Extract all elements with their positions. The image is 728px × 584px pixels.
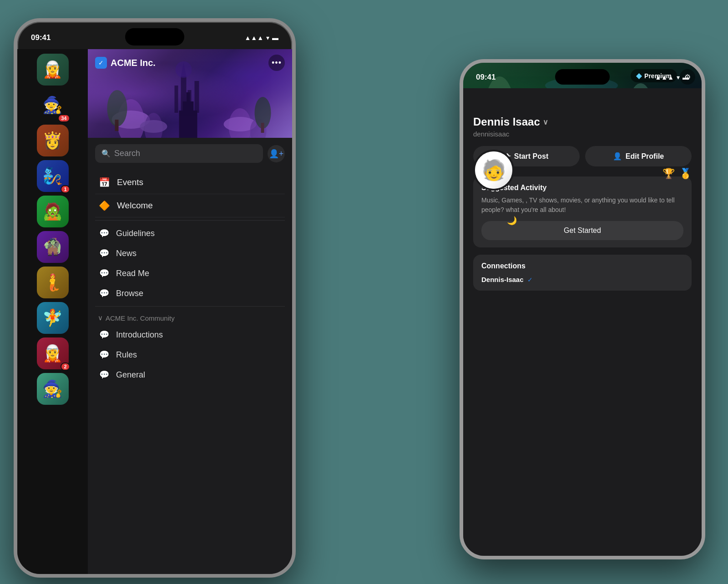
more-options-button[interactable]: ••• (268, 55, 285, 71)
status-time-right: 09:41 (476, 73, 495, 82)
edit-profile-button[interactable]: 👤 Edit Profile (585, 146, 692, 166)
avatar-img-7: 🧜 (37, 267, 69, 298)
avatar-item-3[interactable]: 👸 (37, 125, 69, 156)
avatar-img-1: 🧝 (37, 54, 69, 86)
nav-item-welcome[interactable]: 🔶 Welcome (95, 194, 285, 217)
svg-rect-16 (261, 123, 264, 133)
guidelines-label: Guidelines (116, 229, 155, 238)
introductions-label: Introductions (116, 330, 163, 340)
readme-label: Read Me (116, 269, 149, 278)
activity-title: Suggested Activity (481, 184, 683, 192)
signal-icon-right: ▲▲▲ (655, 74, 674, 81)
channel-item-browse[interactable]: 💬 Browse (95, 283, 285, 303)
rules-channel-icon: 💬 (98, 350, 111, 360)
status-time-left: 09:41 (31, 33, 51, 42)
profile-username: dennisisaac (473, 130, 692, 138)
svg-rect-15 (115, 120, 119, 131)
server-name: ACME Inc. (111, 58, 156, 68)
community-title: ACME Inc. Community (106, 314, 175, 322)
add-person-icon: 👤+ (269, 149, 284, 159)
events-label: Events (117, 177, 143, 187)
avatar-item-1[interactable]: 🧝 (37, 54, 69, 86)
search-icon: 🔍 (101, 149, 111, 158)
channel-item-introductions[interactable]: 💬 Introductions (95, 325, 285, 345)
profile-name: Dennis Isaac ∨ (473, 116, 692, 128)
welcome-icon: 🔶 (98, 200, 111, 211)
avatar-item-4[interactable]: 🧞 1 (37, 160, 69, 192)
avatar-item-5[interactable]: 🧟 (37, 196, 69, 227)
general-label: General (116, 370, 145, 380)
avatar-img-5: 🧟 (37, 196, 69, 227)
events-icon: 📅 (98, 177, 111, 188)
trophy-area: 🏆 🥇 (662, 168, 692, 180)
avatar-item-10[interactable]: 🧙 (37, 373, 69, 405)
avatar-item-7[interactable]: 🧜 (37, 267, 69, 298)
edit-profile-label: Edit Profile (626, 152, 664, 161)
medal-icon: 🥇 (679, 168, 692, 180)
moon-badge: 🌙 (507, 216, 702, 556)
channel-list: 🔍 Search 👤+ 📅 Events 🔶 Welcome 💬 (88, 138, 292, 391)
status-icons-right: ▲▲▲ ▾ ▬ (655, 74, 689, 81)
battery-icon-right: ▬ (682, 74, 689, 81)
avatar-item-8[interactable]: 🧚 (37, 302, 69, 334)
general-channel-icon: 💬 (98, 370, 111, 380)
welcome-label: Welcome (117, 201, 153, 211)
phone-right: 09:41 ▲▲▲ ▾ ▬ (460, 59, 705, 559)
channel-item-news[interactable]: 💬 News (95, 243, 285, 263)
nav-item-events[interactable]: 📅 Events (95, 171, 285, 194)
search-bar: 🔍 Search 👤+ (95, 144, 285, 163)
community-section-header: ∨ ACME Inc. Community (95, 309, 285, 325)
avatars-strip: 🧝 🧙 34 👸 🧞 1 🧟 🧌 🧜 🧚 🧝 2 🧙 (17, 49, 88, 574)
battery-icon-left: ▬ (272, 34, 278, 41)
profile-body: 🧓 🌙 🏆 🥇 Dennis Isaac ∨ dennisisaac ✈ Sta… (463, 88, 702, 556)
avatar-img-8: 🧚 (37, 302, 69, 334)
add-friend-button[interactable]: 👤+ (268, 145, 285, 162)
avatar-img-3: 👸 (37, 125, 69, 156)
phone-left: 09:41 ▲▲▲ ▾ ▬ 🧝 🧙 34 👸 🧞 1 🧟 🧌 🧜 (14, 18, 296, 578)
avatar-item-6[interactable]: 🧌 (37, 231, 69, 263)
channel-item-guidelines[interactable]: 💬 Guidelines (95, 223, 285, 243)
channel-item-readme[interactable]: 💬 Read Me (95, 263, 285, 283)
dynamic-island-left (125, 28, 184, 45)
profile-name-text: Dennis Isaac (473, 116, 540, 128)
rules-label: Rules (116, 350, 137, 360)
readme-channel-icon: 💬 (98, 268, 111, 278)
dynamic-island-right (555, 69, 610, 85)
search-placeholder: Search (114, 149, 140, 158)
avatar-badge-2: 34 (58, 114, 70, 122)
status-icons-left: ▲▲▲ ▾ ▬ (244, 34, 278, 41)
wifi-icon-right: ▾ (677, 74, 680, 81)
profile-avatar: 🧓 (473, 150, 514, 191)
name-chevron-icon[interactable]: ∨ (543, 118, 548, 126)
start-post-label: Start Post (514, 152, 549, 161)
channel-item-rules[interactable]: 💬 Rules (95, 345, 285, 365)
guidelines-channel-icon: 💬 (98, 228, 111, 238)
browse-label: Browse (116, 289, 143, 298)
profile-avatar-image: 🧓 (475, 151, 512, 189)
activity-description: Music, Games, , TV shows, movies, or any… (481, 196, 683, 215)
section-divider-1 (95, 220, 285, 221)
browse-channel-icon: 💬 (98, 288, 111, 298)
wifi-icon-left: ▾ (266, 34, 269, 41)
channel-item-general[interactable]: 💬 General (95, 365, 285, 385)
main-content-left: ✓ ACME Inc. ••• 🔍 Search 👤+ 📅 (88, 49, 292, 574)
news-channel-icon: 💬 (98, 248, 111, 258)
avatar-item-9[interactable]: 🧝 2 (37, 337, 69, 369)
svg-rect-7 (181, 76, 187, 113)
svg-point-3 (140, 120, 167, 133)
server-banner: ✓ ACME Inc. ••• (88, 49, 292, 138)
chevron-down-icon: ∨ (98, 314, 103, 322)
news-label: News (116, 249, 136, 258)
trophy-icon: 🏆 (662, 168, 675, 180)
introductions-channel-icon: 💬 (98, 330, 111, 340)
avatar-badge-4: 1 (61, 185, 70, 193)
verified-check-icon: ✓ (95, 57, 107, 69)
section-divider-2 (95, 306, 285, 307)
signal-icon-left: ▲▲▲ (244, 34, 263, 41)
svg-rect-10 (195, 81, 199, 113)
search-input-wrap[interactable]: 🔍 Search (95, 144, 263, 163)
avatar-item-2[interactable]: 🧙 34 (37, 89, 69, 121)
svg-rect-9 (175, 86, 178, 113)
svg-rect-11 (188, 90, 192, 113)
avatar-img-6: 🧌 (37, 231, 69, 263)
